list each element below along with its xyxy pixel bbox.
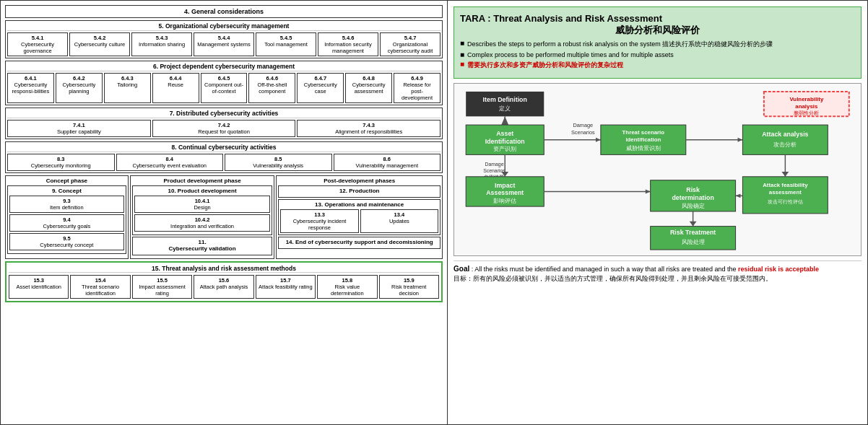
section-4-title: 4. General considerations xyxy=(5,5,443,18)
section-6-cells: 6.4.1Cybersecurity responsi-bilities 6.4… xyxy=(7,73,440,103)
risk-en: Risk xyxy=(686,186,700,193)
section-9-title: 9. Concept xyxy=(9,188,124,194)
threat-cell-15-4: 15.4Threat scenario identification xyxy=(70,275,130,299)
tara-bullet-3: ■ 需要执行多次和多资产威胁分析和风险评价的复杂过程 xyxy=(460,61,855,70)
asset-zh: 资产识别 xyxy=(493,146,516,152)
threat-cell-15-9: 15.9Risk treatment decision xyxy=(379,275,439,299)
cell-8-5: 8.5Vulnerability analysis xyxy=(225,154,332,171)
section-13: 13. Operations and maintenance 13.3Cyber… xyxy=(278,199,440,235)
bullet-icon-1: ■ xyxy=(460,39,464,47)
goal-red-text: residual risk is acceptable xyxy=(738,266,819,273)
section-11: 11.Cybersecurity validation xyxy=(132,237,273,255)
attack-zh: 攻击分析 xyxy=(773,141,797,148)
right-panel: TARA : Threat Analysis and Risk Assessme… xyxy=(448,0,868,425)
cell-5-4-1: 5.4.1Cybersecurity governance xyxy=(7,32,68,56)
threat-cell-15-7: 15.7Attack feasibility rating xyxy=(256,275,316,299)
post-phase: Post-development phases 12. Production 1… xyxy=(276,175,443,259)
cell-6-4-6: 6.4.6Off-the-shell component xyxy=(248,73,295,103)
feas-en: Attack feasibility xyxy=(763,182,808,188)
risk-zh: 风险确定 xyxy=(682,203,705,209)
section-9: 9. Concept 9.3Item definition 9.4Cyberse… xyxy=(7,185,126,254)
cell-6-4-9: 6.4.9Release for post-development xyxy=(394,73,440,103)
tara-diagram: Item Definition 定义 Vulnerability analysi… xyxy=(453,83,862,256)
section-14-title: 14. End of cybersecurity support and dec… xyxy=(280,239,438,245)
cell-8-6: 8.6Vulnerability management xyxy=(334,154,441,171)
treat-en: Risk Treatment xyxy=(670,229,716,236)
tara-bullet-1: ■ Describes the steps to perform a robus… xyxy=(460,40,855,49)
section-8-cells: 8.3Cybersecurity monitoring 8.4Cybersecu… xyxy=(7,154,440,171)
asset-en2: Identification xyxy=(485,138,525,145)
cell-5-4-4: 5.4.4Management systems xyxy=(194,32,254,56)
cell-8-4: 8.4Cybersecurity event evaluation xyxy=(116,154,224,171)
threat-bar: 15. Threat analysis and risk assessment … xyxy=(5,261,443,302)
tara-bullets: ■ Describes the steps to perform a robus… xyxy=(460,40,855,70)
cell-13-4: 13.4Updates xyxy=(360,209,438,233)
section-12: 12. Production xyxy=(278,185,440,198)
vuln-en: Vulnerability xyxy=(789,96,824,102)
arrow-8 xyxy=(690,222,697,227)
cell-7-4-2: 7.4.2Request for quotation xyxy=(152,120,296,137)
cell-9-3: 9.3Item definition xyxy=(9,196,124,213)
cell-5-4-3: 5.4.3Information sharing xyxy=(131,32,192,56)
section-14: 14. End of cybersecurity support and dec… xyxy=(278,237,440,249)
goal-section: Goal : All the risks must be identified … xyxy=(453,260,862,284)
cell-6-4-1: 6.4.1Cybersecurity responsi-bilities xyxy=(7,73,54,103)
item-def-zh: 定义 xyxy=(499,105,511,112)
tara-bullet-1-text: Describes the steps to perform a robust … xyxy=(467,40,773,49)
tara-title-zh: 威胁分析和风险评价 xyxy=(460,24,855,37)
section-11-title: 11.Cybersecurity validation xyxy=(134,239,271,252)
attack-rect xyxy=(742,125,828,154)
section-6-title: 6. Project dependent cybersecurity manag… xyxy=(7,63,440,71)
tara-title-en: TARA : Threat Analysis and Risk Assessme… xyxy=(460,13,855,24)
cell-6-4-4: 6.4.4Reuse xyxy=(152,73,199,103)
section-7-title: 7. Distributed cybersecurity activities xyxy=(7,110,440,118)
goal-zh: 目标：所有的风险必须被识别，并以适当的方式管理，确保所有风险得到处理，并且剩余风… xyxy=(453,275,772,282)
damage-label-1: Damage xyxy=(573,122,593,128)
arrow-3 xyxy=(738,138,743,142)
section-6: 6. Project dependent cybersecurity manag… xyxy=(5,61,443,105)
cell-7-4-3: 7.4.3Alignment of responsibilities xyxy=(297,120,440,137)
impact-en2: Assessment xyxy=(486,189,524,196)
vuln-zh: 脆弱性分析 xyxy=(794,110,819,116)
bullet-icon-3: ■ xyxy=(460,60,464,68)
concept-phase: Concept phase 9. Concept 9.3Item definit… xyxy=(5,175,129,259)
goal-colon: : All the risks must be identified and m… xyxy=(472,266,738,273)
cell-9-4: 9.4Cybersecurity goals xyxy=(9,214,124,232)
tara-bullet-2: ■ Complex process to be performed multip… xyxy=(460,51,855,58)
section-13-cells: 13.3Cybersecurity incident response 13.4… xyxy=(280,209,438,233)
section-5-cells: 5.4.1Cybersecurity governance 5.4.2Cyber… xyxy=(7,32,440,56)
post-phase-title: Post-development phases xyxy=(278,178,440,184)
concept-phase-title: Concept phase xyxy=(7,178,126,184)
threat-en: Threat scenario xyxy=(622,129,665,136)
threat-cell-15-5: 15.5Impact assessment rating xyxy=(132,275,192,299)
risk-en2: determination xyxy=(672,194,713,201)
threat-cells: 15.3Asset identification 15.4Threat scen… xyxy=(9,275,439,299)
cell-6-4-2: 6.4.2Cybersecurity planning xyxy=(56,73,103,103)
product-phase: Product development phase 10. Product de… xyxy=(130,175,275,259)
impact-zh: 影响评估 xyxy=(493,198,516,204)
cell-6-4-7: 6.4.7Cybersecurity case xyxy=(297,73,344,103)
treat-zh: 风险处理 xyxy=(682,239,705,245)
section-8: 8. Continual cybersecurity activities 8.… xyxy=(5,141,443,173)
impact-en: Impact xyxy=(495,182,516,189)
section-5-title: 5. Organizational cybersecurity manageme… xyxy=(7,22,440,31)
cell-10-4-2: 10.4.2Integration and verification xyxy=(134,214,271,232)
main-container: 4. General considerations 5. Organizatio… xyxy=(0,0,868,425)
item-def-en: Item Definition xyxy=(483,96,527,103)
cell-6-4-3: 6.4.3Tailoring xyxy=(104,73,151,103)
goal-title: Goal xyxy=(453,265,469,273)
tara-svg: Item Definition 定义 Vulnerability analysi… xyxy=(459,88,856,251)
threat-cell-15-6: 15.6Attack path analysis xyxy=(194,275,253,299)
cell-6-4-5: 6.4.5Component out-of-context xyxy=(201,73,248,103)
threat-bar-title: 15. Threat analysis and risk assessment … xyxy=(9,265,439,273)
asset-en: Asset xyxy=(496,130,513,137)
cell-5-4-7: 5.4.7Organizational cybersecurity audit xyxy=(380,32,440,56)
section-10: 10. Product development 10.4.1Design 10.… xyxy=(132,185,273,235)
section-10-title: 10. Product development xyxy=(134,188,271,194)
cell-7-4-1: 7.4.1Supplier capability xyxy=(7,120,151,137)
vuln-en2: analysis xyxy=(795,103,818,110)
tara-title-text: TARA : Threat Analysis and Risk Assessme… xyxy=(460,13,662,24)
cell-13-3: 13.3Cybersecurity incident response xyxy=(280,209,358,233)
cell-5-4-2: 5.4.2Cybersecurity culture xyxy=(69,32,130,56)
cell-5-4-5: 5.4.5Tool management xyxy=(256,32,316,56)
